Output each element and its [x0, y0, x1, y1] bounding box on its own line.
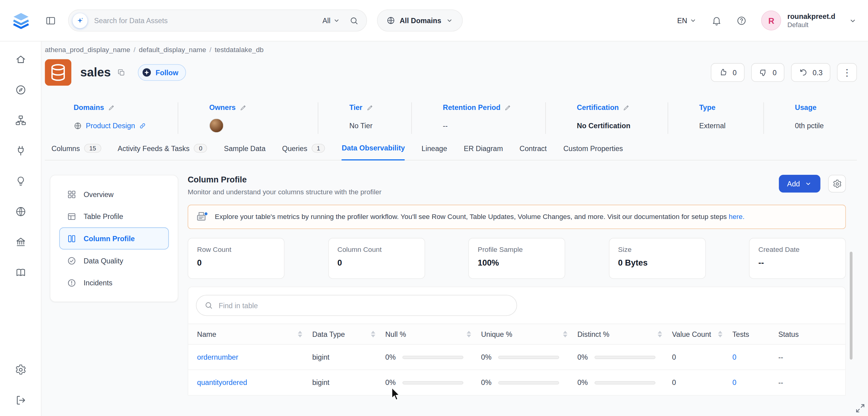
sort-icon[interactable]	[718, 331, 722, 338]
notifications-bell-icon[interactable]	[711, 15, 722, 26]
downvote-button[interactable]: 0	[751, 63, 784, 82]
grid-icon	[67, 189, 76, 199]
user-team: Default	[787, 21, 835, 29]
edit-pencil-icon[interactable]	[366, 104, 374, 111]
column-name-link[interactable]: quantityordered	[197, 378, 247, 386]
edit-pencil-icon[interactable]	[623, 104, 630, 111]
tab-activity-feeds[interactable]: Activity Feeds & Tasks0	[118, 144, 207, 160]
column-name-link[interactable]: ordernumber	[197, 353, 238, 361]
search-input[interactable]	[94, 17, 322, 25]
breadcrumb-item[interactable]: default_display_name	[139, 46, 206, 54]
breadcrumb-item[interactable]: testdatalake_db	[215, 46, 264, 54]
user-menu[interactable]: R rounakpreet.d Default	[762, 11, 857, 30]
breadcrumb-item[interactable]: athena_prod_display_name	[45, 46, 130, 54]
follow-label: Follow	[156, 68, 179, 76]
sidenav-domains-button[interactable]	[14, 206, 26, 218]
metadata-type: Type External	[668, 102, 763, 134]
help-icon[interactable]	[737, 15, 747, 26]
owner-avatar[interactable]	[209, 119, 223, 133]
add-button-label: Add	[787, 180, 800, 188]
chevron-down-icon	[333, 17, 340, 24]
tab-contract[interactable]: Contract	[520, 144, 547, 160]
plug-icon	[14, 145, 26, 157]
find-in-table-input[interactable]	[219, 301, 508, 310]
sidenav-logout-button[interactable]	[14, 394, 26, 406]
more-options-button[interactable]: ⋮	[837, 63, 857, 82]
tab-er-diagram[interactable]: ER Diagram	[464, 144, 503, 160]
scrollbar-thumb[interactable]	[850, 252, 852, 360]
certification-label: Certification	[577, 103, 619, 112]
copy-icon[interactable]	[117, 68, 125, 76]
follow-button[interactable]: Follow	[138, 64, 186, 81]
usage-value: 0th pctile	[795, 122, 824, 130]
tab-count-badge: 15	[84, 144, 101, 153]
tab-columns[interactable]: Columns15	[52, 144, 101, 160]
sidebar-toggle-icon[interactable]	[45, 15, 56, 26]
globe-icon	[14, 206, 26, 218]
domains-label: Domains	[74, 103, 104, 112]
breadcrumb-separator: /	[134, 46, 135, 54]
version-number: 0.3	[812, 68, 823, 76]
tab-queries[interactable]: Queries1	[282, 144, 325, 160]
follow-star-icon	[142, 68, 152, 78]
sidenav-home-button[interactable]	[14, 54, 26, 65]
search-submit-icon[interactable]	[349, 16, 359, 25]
tests-link[interactable]: 0	[733, 378, 737, 386]
profile-nav-table-profile[interactable]: Table Profile	[59, 205, 169, 227]
all-domains-dropdown[interactable]: All Domains	[377, 9, 463, 32]
entity-tabs: Columns15 Activity Feeds & Tasks0 Sample…	[45, 144, 857, 160]
profile-nav-data-quality[interactable]: Data Quality	[59, 249, 169, 271]
global-search-bar[interactable]: All	[68, 9, 367, 32]
tab-sample-data[interactable]: Sample Data	[224, 144, 266, 160]
sidenav-data-assets-button[interactable]	[14, 115, 26, 126]
resize-handle-icon[interactable]	[855, 403, 866, 416]
tests-link[interactable]: 0	[733, 353, 737, 361]
stat-value: 100%	[478, 258, 556, 267]
find-in-table[interactable]	[196, 295, 517, 316]
language-label: EN	[677, 17, 687, 25]
sidenav-govern-button[interactable]	[14, 236, 26, 248]
sidenav-integrations-button[interactable]	[14, 145, 26, 157]
tab-data-observability[interactable]: Data Observability	[342, 144, 405, 160]
metadata-tier: Tier No Tier	[318, 102, 411, 134]
globe-icon	[74, 122, 82, 130]
edit-pencil-icon[interactable]	[239, 104, 247, 111]
profile-nav-column-profile[interactable]: Column Profile	[59, 227, 169, 250]
table-header-row: Name Data Type Null % Unique % Distinct …	[188, 324, 845, 345]
tab-lineage[interactable]: Lineage	[422, 144, 447, 160]
sort-icon[interactable]	[298, 331, 303, 338]
breadcrumb: athena_prod_display_name/default_display…	[45, 46, 857, 54]
profile-nav-overview[interactable]: Overview	[59, 183, 169, 205]
tab-label: ER Diagram	[464, 144, 503, 152]
profiler-settings-button[interactable]	[828, 175, 846, 192]
upvote-button[interactable]: 0	[711, 63, 744, 82]
sort-icon[interactable]	[657, 331, 662, 338]
retention-label: Retention Period	[443, 103, 500, 112]
stat-profile-sample: Profile Sample 100%	[468, 238, 565, 279]
certification-value: No Certification	[577, 122, 630, 130]
table-row: quantityordered bigint 0% 0% 0% 0 0 --	[188, 370, 845, 395]
edit-pencil-icon[interactable]	[108, 104, 115, 111]
sidenav-explore-button[interactable]	[14, 84, 26, 96]
banner-docs-link[interactable]: here.	[729, 213, 745, 221]
column-profile-panel: Column Profile Monitor and understand yo…	[188, 175, 846, 395]
compass-icon	[14, 84, 26, 96]
tab-custom-properties[interactable]: Custom Properties	[563, 144, 623, 160]
version-history-button[interactable]: 0.3	[791, 63, 830, 82]
language-selector[interactable]: EN	[677, 17, 697, 25]
athena-table-icon	[45, 59, 71, 86]
sort-icon[interactable]	[563, 331, 567, 338]
add-button[interactable]: Add	[779, 175, 820, 192]
sort-icon[interactable]	[467, 331, 471, 338]
app-logo-icon[interactable]	[11, 11, 31, 30]
sort-icon[interactable]	[371, 331, 375, 338]
sidenav-settings-button[interactable]	[14, 364, 26, 376]
type-label: Type	[699, 103, 715, 112]
sidenav-glossary-button[interactable]	[14, 267, 26, 278]
sidenav-insights-button[interactable]	[14, 175, 26, 187]
domain-link[interactable]: Product Design	[86, 122, 135, 130]
search-scope-dropdown[interactable]: All	[322, 17, 341, 25]
edit-pencil-icon[interactable]	[504, 104, 512, 111]
profile-nav-incidents[interactable]: Incidents	[59, 271, 169, 294]
table-icon	[67, 212, 76, 221]
